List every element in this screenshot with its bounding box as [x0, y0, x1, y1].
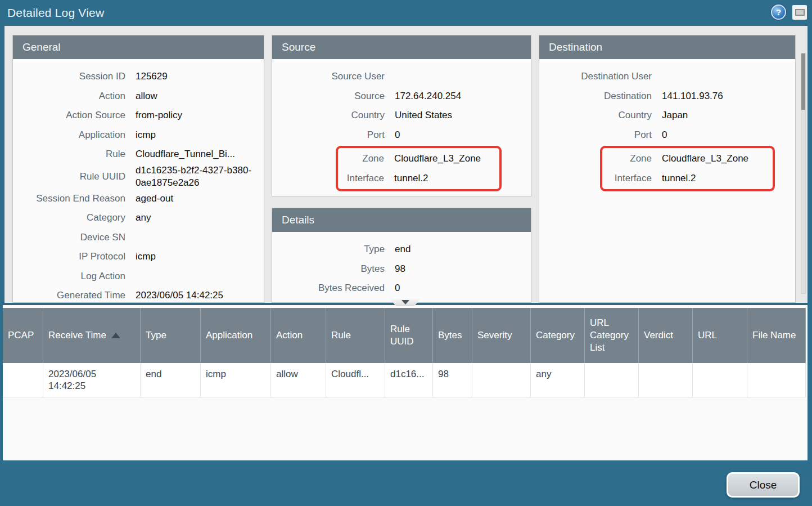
column-header-label: Type [146, 329, 166, 342]
log-table-header: PCAPReceive TimeTypeApplicationActionRul… [3, 308, 808, 363]
column-header-pcap[interactable]: PCAP [3, 308, 43, 363]
cell-severity [472, 363, 531, 397]
field-label: Log Action [13, 270, 125, 283]
column-header-label: URL [698, 329, 717, 342]
details-panel-body: TypeendBytes98Bytes Received0 [272, 232, 531, 302]
dialog-titlebar: Detailed Log View ? [0, 0, 812, 26]
detail-pane-scrollbar[interactable] [801, 53, 806, 294]
column-header-label: Rule [331, 329, 351, 342]
field-row: IP Protocolicmp [13, 247, 259, 267]
column-header-type[interactable]: Type [141, 308, 201, 363]
field-row: Applicationicmp [13, 126, 259, 145]
destination-fields: Destination UserDestination141.101.93.76… [539, 67, 791, 145]
log-table-row[interactable]: 2023/06/05 14:42:25endicmpallowCloudfl..… [3, 363, 808, 397]
destination-column: Destination Destination UserDestination1… [539, 35, 796, 303]
field-label: Session End Reason [13, 192, 125, 205]
field-label: Rule [13, 148, 125, 160]
dialog-title: Detailed Log View [0, 6, 104, 20]
cell-file-name [747, 363, 806, 397]
cell-application: icmp [201, 363, 271, 397]
field-row: Rule UUIDd1c16235-b2f2-4327-b380-0ae1875… [13, 164, 259, 189]
general-column: General Session ID125629ActionallowActio… [12, 35, 264, 303]
column-header-label: URL Category List [590, 317, 633, 354]
field-row: Action Sourcefrom-policy [13, 106, 259, 126]
field-row: Destination141.101.93.76 [539, 87, 791, 106]
field-row: Generated Time2023/06/05 14:42:25 [13, 286, 259, 303]
detail-pane-scrollbar-thumb[interactable] [801, 53, 805, 110]
column-header-label: Category [536, 329, 575, 342]
column-header-rule-uuid[interactable]: Rule UUID [385, 308, 433, 363]
column-header-category[interactable]: Category [531, 308, 585, 363]
titlebar-icons: ? [771, 5, 807, 20]
field-value: 98 [395, 263, 526, 275]
close-button[interactable]: Close [727, 472, 800, 498]
column-header-url[interactable]: URL [693, 308, 747, 363]
field-label: Zone [338, 153, 384, 165]
column-header-action[interactable]: Action [271, 308, 326, 363]
field-row: ZoneCloudflare_L3_Zone [602, 149, 773, 169]
field-label: Source [272, 90, 385, 102]
field-label: Category [13, 212, 125, 224]
field-value: 0 [395, 129, 526, 141]
pane-collapse-handle[interactable] [390, 299, 421, 306]
column-header-receive-time[interactable]: Receive Time [43, 308, 141, 363]
field-value: tunnel.2 [662, 172, 773, 185]
field-label: Interface [338, 172, 384, 185]
window-dock-icon[interactable] [792, 5, 807, 20]
cell-rule: Cloudfl... [326, 363, 385, 397]
field-row: Actionallow [13, 87, 259, 106]
source-panel-header: Source [272, 35, 531, 59]
field-row: Bytes98 [272, 259, 526, 279]
field-row: Categoryany [13, 208, 259, 228]
field-value: d1c16235-b2f2-4327-b380-0ae1875e2a26 [136, 164, 259, 189]
field-label: Destination User [539, 70, 652, 83]
column-header-rule[interactable]: Rule [326, 308, 385, 363]
destination-panel: Destination Destination UserDestination1… [539, 35, 796, 303]
field-value: 125629 [136, 70, 259, 83]
field-value: 141.101.93.76 [662, 90, 791, 102]
field-row: ZoneCloudflare_L3_Zone [338, 149, 499, 169]
cell-verdict [639, 363, 693, 397]
column-header-label: Receive Time [48, 329, 106, 342]
source-zone-highlight-box: ZoneCloudflare_L3_ZoneInterfacetunnel.2 [336, 146, 502, 191]
field-row: Interfacetunnel.2 [602, 169, 773, 189]
cell-url-category-list [585, 363, 639, 397]
field-value: from-policy [136, 109, 259, 122]
cell-receive-time: 2023/06/05 14:42:25 [43, 363, 141, 397]
destination-panel-header: Destination [539, 35, 795, 59]
column-header-url-category-list[interactable]: URL Category List [585, 308, 639, 363]
field-row: Interfacetunnel.2 [338, 169, 499, 189]
field-value: tunnel.2 [394, 172, 499, 185]
field-row: Destination User [539, 67, 791, 87]
field-value: end [395, 243, 526, 256]
field-label: Session ID [13, 70, 125, 83]
field-row: Log Action [13, 267, 259, 286]
column-header-bytes[interactable]: Bytes [433, 308, 472, 363]
field-label: Bytes [272, 263, 385, 275]
field-label: Action [13, 90, 125, 102]
details-panel-header: Details [272, 208, 531, 232]
field-row: Port0 [272, 126, 526, 145]
help-icon[interactable]: ? [771, 5, 786, 20]
field-value: Cloudflare_L3_Zone [394, 153, 499, 165]
source-fields: Source UserSource172.64.240.254CountryUn… [272, 67, 526, 145]
general-panel-body: Session ID125629ActionallowAction Source… [13, 59, 264, 303]
column-header-verdict[interactable]: Verdict [639, 308, 693, 363]
column-header-application[interactable]: Application [201, 308, 271, 363]
field-row: RuleCloudflare_Tunnel_Bi... [13, 145, 259, 164]
column-header-severity[interactable]: Severity [472, 308, 531, 363]
field-label: Type [272, 243, 385, 256]
field-value: Cloudflare_Tunnel_Bi... [136, 148, 259, 160]
column-header-label: File Name [752, 329, 796, 342]
column-header-file-name[interactable]: File Name [747, 308, 806, 363]
cell-url [693, 363, 747, 397]
field-row: Typeend [272, 240, 526, 259]
field-row: Bytes Received0 [272, 279, 526, 298]
field-value: icmp [136, 129, 259, 141]
field-label: Country [272, 109, 385, 122]
field-label: Port [539, 129, 652, 141]
cell-action: allow [271, 363, 326, 397]
source-panel-body: Source UserSource172.64.240.254CountryUn… [272, 59, 531, 196]
field-row: Source172.64.240.254 [272, 87, 526, 106]
field-value: aged-out [136, 192, 259, 205]
